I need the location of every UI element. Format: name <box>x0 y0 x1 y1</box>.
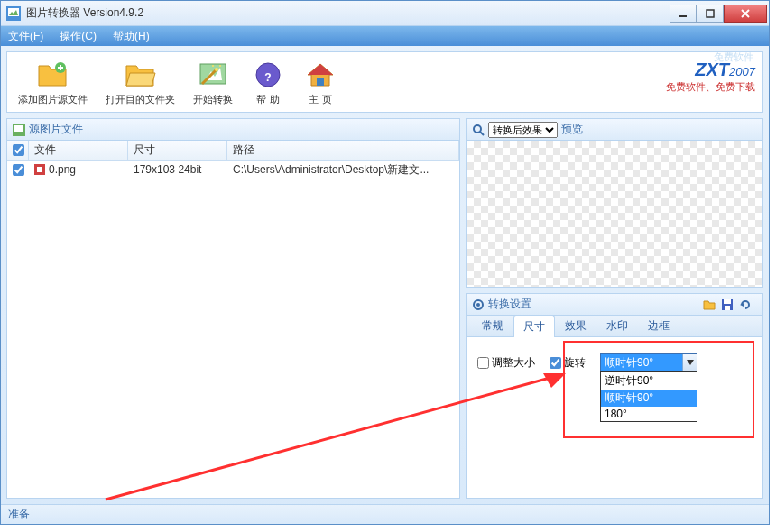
tab-effect[interactable]: 效果 <box>555 315 596 336</box>
svg-point-14 <box>219 65 221 67</box>
minimize-button[interactable] <box>670 5 697 23</box>
row-checkbox[interactable] <box>13 164 24 176</box>
rotate-option[interactable]: 旋转 <box>550 355 586 371</box>
save-icon[interactable] <box>721 298 734 311</box>
preview-canvas <box>467 141 762 287</box>
home-icon <box>303 59 337 91</box>
table-row[interactable]: 0.png 179x103 24bit C:\Users\Administrat… <box>7 161 459 179</box>
magnifier-icon <box>472 124 485 136</box>
open-target-button[interactable]: 打开目的文件夹 <box>102 57 179 108</box>
settings-pane: 转换设置 常规 尺寸 效果 水印 边框 <box>466 293 763 499</box>
home-button[interactable]: 主 页 <box>300 57 341 108</box>
right-pane: 转换后效果 预览 转换设置 <box>466 118 763 499</box>
close-button[interactable] <box>724 5 767 23</box>
svg-point-13 <box>215 68 218 71</box>
svg-point-25 <box>474 125 481 133</box>
folder-open-icon <box>124 59 158 91</box>
main-area: 源图片文件 文件 尺寸 路径 0.png 179x103 24bit C:\Us… <box>6 118 763 499</box>
svg-marker-33 <box>687 360 694 365</box>
preview-effect-select[interactable]: 转换后效果 <box>488 122 558 138</box>
preview-pane: 转换后效果 预览 <box>466 118 763 288</box>
titlebar: 图片转换器 Version4.9.2 <box>1 1 769 26</box>
app-icon <box>6 6 21 21</box>
start-convert-button[interactable]: 开始转换 <box>189 57 236 108</box>
settings-header: 转换设置 <box>467 294 762 316</box>
col-size[interactable]: 尺寸 <box>128 141 227 160</box>
menu-help[interactable]: 帮助(H) <box>113 29 150 44</box>
gear-icon <box>472 298 485 311</box>
menu-file[interactable]: 文件(F) <box>8 29 43 44</box>
col-path[interactable]: 路径 <box>227 141 459 160</box>
source-table-header: 文件 尺寸 路径 <box>7 141 459 161</box>
magic-wand-icon <box>196 59 230 91</box>
folder-small-icon[interactable] <box>703 298 716 311</box>
maximize-button[interactable] <box>697 5 724 23</box>
rotate-dropdown[interactable]: 顺时针90° 逆时针90° 顺时针90° 180° <box>600 353 697 371</box>
row-path: C:\Users\Administrator\Desktop\新建文... <box>227 162 459 178</box>
svg-marker-35 <box>543 373 566 388</box>
file-image-icon <box>34 164 45 175</box>
window-title: 图片转换器 Version4.9.2 <box>26 5 670 21</box>
settings-tabs: 常规 尺寸 效果 水印 边框 <box>467 316 762 337</box>
toolbar: 免费软件 添加图片源文件 打开目的文件夹 开始转换 ? 帮 助 主 页 ZXT2… <box>6 51 763 113</box>
status-text: 准备 <box>8 507 30 522</box>
svg-point-28 <box>476 303 480 307</box>
rotate-option-cw90[interactable]: 顺时针90° <box>601 390 697 407</box>
svg-rect-30 <box>724 299 731 304</box>
preview-header: 转换后效果 预览 <box>467 119 762 141</box>
resize-checkbox[interactable] <box>477 357 489 369</box>
folder-plus-icon <box>36 59 70 91</box>
rotate-dropdown-list: 逆时针90° 顺时针90° 180° <box>600 371 697 422</box>
row-size: 179x103 24bit <box>128 163 227 176</box>
brand-logo: ZXT2007 免费软件、免费下载 <box>666 60 755 94</box>
rotate-checkbox[interactable] <box>550 357 561 369</box>
tab-watermark[interactable]: 水印 <box>596 315 638 336</box>
svg-marker-19 <box>308 64 333 75</box>
reset-icon[interactable] <box>739 298 752 311</box>
menubar: 文件(F) 操作(C) 帮助(H) <box>1 26 769 46</box>
svg-text:?: ? <box>264 71 271 84</box>
chevron-down-icon[interactable] <box>682 354 697 371</box>
tab-border[interactable]: 边框 <box>638 315 679 336</box>
svg-line-26 <box>480 132 484 135</box>
tab-size[interactable]: 尺寸 <box>513 316 555 337</box>
help-icon: ? <box>251 59 285 91</box>
select-all-checkbox[interactable] <box>13 144 24 156</box>
tab-general[interactable]: 常规 <box>472 315 513 336</box>
svg-rect-4 <box>707 10 714 17</box>
tab-body-size: 调整大小 旋转 顺时针90° 逆时针90° <box>467 337 762 498</box>
rotate-option-ccw90[interactable]: 逆时针90° <box>601 372 697 390</box>
svg-rect-20 <box>317 78 324 86</box>
source-files-pane: 源图片文件 文件 尺寸 路径 0.png 179x103 24bit C:\Us… <box>6 118 460 499</box>
menu-operate[interactable]: 操作(C) <box>60 29 97 44</box>
image-icon <box>13 124 25 136</box>
rotate-option-180[interactable]: 180° <box>601 407 697 421</box>
app-window: 图片转换器 Version4.9.2 文件(F) 操作(C) 帮助(H) 免费软… <box>0 0 770 525</box>
statusbar: 准备 <box>1 504 769 524</box>
source-pane-header: 源图片文件 <box>7 119 459 141</box>
svg-rect-24 <box>37 167 42 172</box>
svg-rect-22 <box>14 125 23 132</box>
svg-rect-31 <box>725 306 730 310</box>
row-file: 0.png <box>29 163 128 176</box>
col-file[interactable]: 文件 <box>29 141 128 160</box>
add-source-button[interactable]: 添加图片源文件 <box>14 57 91 108</box>
resize-option[interactable]: 调整大小 <box>477 355 535 371</box>
help-button[interactable]: ? 帮 助 <box>247 57 289 108</box>
svg-point-15 <box>212 65 214 67</box>
